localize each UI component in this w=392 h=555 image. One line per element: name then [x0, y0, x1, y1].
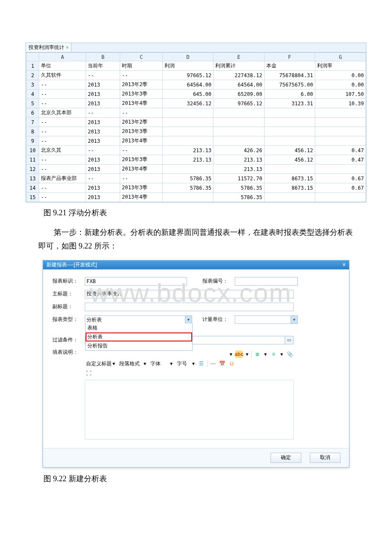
cell[interactable] [264, 165, 315, 174]
cell[interactable] [264, 127, 315, 136]
input-subtitle[interactable] [85, 303, 294, 311]
cell[interactable] [163, 193, 213, 202]
cell[interactable]: 213.13 [163, 155, 213, 165]
cell[interactable]: 5786.35 [213, 193, 264, 202]
close-icon[interactable]: × [66, 45, 69, 50]
cell[interactable] [163, 136, 213, 146]
cell[interactable]: 0.67 [315, 183, 366, 193]
cell[interactable]: 64564.00 [213, 80, 264, 90]
cell[interactable]: 2013 [86, 193, 120, 202]
dropdown-style[interactable]: 自定义标题 ▾ [85, 360, 116, 368]
cell[interactable]: 利润率 [315, 61, 366, 71]
cell[interactable]: -- [120, 108, 163, 118]
cell[interactable] [315, 136, 366, 146]
cell[interactable]: 3123.31 [264, 99, 315, 108]
type-option-analysis[interactable]: 分析表 [86, 332, 192, 341]
cell[interactable]: 2013年4季 [120, 136, 163, 146]
cell[interactable] [264, 193, 315, 202]
input-title[interactable] [85, 290, 294, 298]
dropdown-size[interactable]: 字号 ▾ [176, 360, 196, 368]
cell[interactable]: 久其软件 [39, 71, 86, 80]
cell[interactable]: 0.00 [315, 71, 366, 80]
close-icon[interactable]: × [343, 262, 346, 268]
cell[interactable]: 北京久其 [39, 146, 86, 155]
input-report-id[interactable] [85, 277, 187, 286]
cancel-button[interactable]: 取消 [310, 453, 340, 463]
sheet-tab[interactable]: 投资利润率统计 × [26, 43, 72, 52]
cell[interactable]: -- [39, 118, 86, 127]
input-report-no[interactable] [235, 277, 298, 286]
cell[interactable]: 2013 [86, 99, 120, 108]
cell[interactable]: 75678804.31 [264, 71, 315, 80]
cell[interactable]: -- [86, 71, 120, 80]
cell[interactable]: 2013 [86, 155, 120, 165]
cell[interactable]: -- [39, 99, 86, 108]
cell[interactable]: 75675675.00 [264, 80, 315, 90]
cell[interactable] [163, 118, 213, 127]
cell[interactable]: 213.13 [213, 155, 264, 165]
cell[interactable]: 2013 [86, 183, 120, 193]
cell[interactable]: -- [39, 165, 86, 174]
cell[interactable] [264, 136, 315, 146]
cell[interactable] [213, 127, 264, 136]
cell[interactable]: 利润 [163, 61, 213, 71]
cell[interactable]: 2013年4季 [120, 193, 163, 202]
cell[interactable]: -- [86, 108, 120, 118]
align-icon[interactable]: ☰ [198, 360, 205, 367]
cell[interactable]: 2013 [86, 80, 120, 90]
cell[interactable]: 97665.12 [163, 71, 213, 80]
horizontal-rule-icon[interactable]: — [209, 360, 217, 367]
cell[interactable]: 5786.35 [163, 183, 213, 193]
ordered-list-icon[interactable]: ≣ [254, 350, 261, 358]
cell[interactable]: 227438.12 [213, 71, 264, 80]
ok-button[interactable]: 确定 [271, 453, 301, 463]
cell[interactable]: 0.47 [315, 146, 366, 155]
rich-text-area[interactable] [85, 380, 294, 439]
attachment-icon[interactable]: 📎 [286, 350, 294, 358]
cell[interactable]: -- [39, 193, 86, 202]
cell[interactable]: 213.13 [163, 146, 213, 155]
cell[interactable]: 2013年2季 [120, 118, 163, 127]
cell[interactable]: 0.67 [315, 174, 366, 183]
cell[interactable]: 报表产品事业部 [39, 174, 86, 183]
cell[interactable]: -- [86, 174, 120, 183]
cell[interactable]: 64564.00 [163, 80, 213, 90]
cell[interactable]: 5786.35 [163, 174, 213, 183]
cell[interactable] [264, 108, 315, 118]
cell[interactable]: 65209.00 [213, 90, 264, 99]
cell[interactable]: -- [120, 174, 163, 183]
cell[interactable]: 2013年3季 [120, 183, 163, 193]
cell[interactable] [264, 118, 315, 127]
cell[interactable]: 2013年3季 [120, 127, 163, 136]
cell[interactable]: 11572.70 [213, 174, 264, 183]
cell[interactable]: 426.26 [213, 146, 264, 155]
cell[interactable]: -- [120, 71, 163, 80]
cell[interactable] [315, 108, 366, 118]
cell[interactable]: 8673.15 [264, 174, 315, 183]
cell[interactable] [163, 108, 213, 118]
cell[interactable]: 6.00 [264, 90, 315, 99]
cell[interactable]: 10.39 [315, 99, 366, 108]
cell[interactable]: -- [39, 155, 86, 165]
cell[interactable]: 2013 [86, 118, 120, 127]
cell[interactable]: 时期 [120, 61, 163, 71]
cell[interactable] [213, 136, 264, 146]
cell[interactable]: 2013年2季 [120, 80, 163, 90]
cell[interactable]: 97665.12 [213, 99, 264, 108]
cell[interactable]: -- [86, 146, 120, 155]
cell[interactable]: 8673.15 [264, 183, 315, 193]
cell[interactable]: 北京久其本部 [39, 108, 86, 118]
calendar-icon[interactable]: 📅 [219, 360, 226, 367]
cell[interactable]: 5786.35 [213, 183, 264, 193]
cell[interactable] [315, 118, 366, 127]
cell[interactable] [213, 118, 264, 127]
dropdown-paragraph[interactable]: 段落格式 ▾ [118, 360, 147, 368]
cell[interactable]: 456.12 [264, 146, 315, 155]
symbol-icon[interactable]: Ω [228, 360, 236, 367]
cell[interactable]: 213.13 [213, 165, 264, 174]
cell[interactable] [315, 127, 366, 136]
cell[interactable]: 456.12 [264, 155, 315, 165]
cell[interactable] [213, 108, 264, 118]
type-option-table[interactable]: 表格 [86, 324, 192, 332]
cell[interactable]: -- [39, 80, 86, 90]
